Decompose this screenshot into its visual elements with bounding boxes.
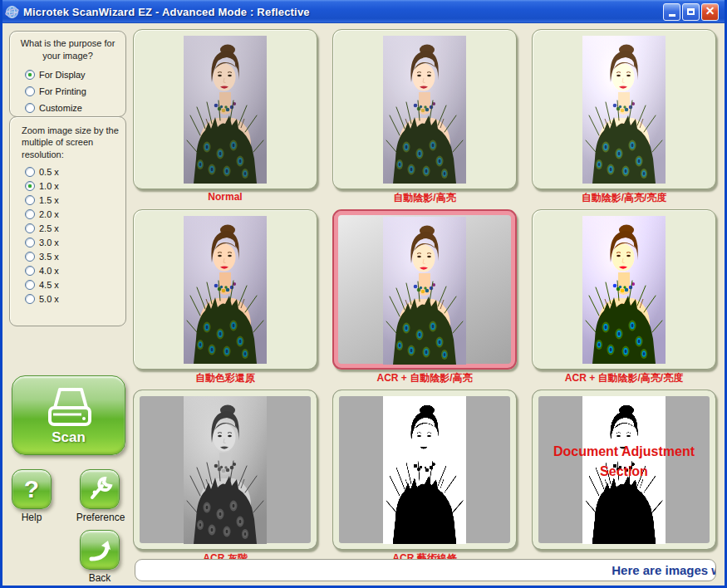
radio-label: 0.5 x <box>39 167 59 177</box>
back-button[interactable] <box>80 530 120 570</box>
zoom-option-2.0-x[interactable]: 2.0 x <box>25 208 125 222</box>
preference-button-caption: Preference <box>66 512 135 523</box>
radio-icon <box>25 223 35 233</box>
help-button-caption: Help <box>7 512 56 523</box>
maximize-icon <box>687 8 695 15</box>
preview-cell: Normal <box>133 29 317 204</box>
preview-tile-auto-shadow-highlight[interactable] <box>332 29 517 189</box>
radio-icon <box>25 86 35 96</box>
radio-icon <box>25 195 35 205</box>
zoom-option-0.5-x[interactable]: 0.5 x <box>25 165 125 179</box>
preview-photo <box>383 217 466 365</box>
radio-icon <box>25 266 35 276</box>
zoom-option-1.0-x[interactable]: 1.0 x <box>25 179 125 194</box>
preview-photo <box>582 216 666 364</box>
radio-label: For Printing <box>39 86 86 96</box>
preview-tile-label: 自動陰影/高亮 <box>332 191 517 204</box>
preview-tile-normal[interactable] <box>133 29 317 189</box>
preview-photo <box>582 36 666 184</box>
help-icon: ? <box>24 475 39 503</box>
preview-cell: 自動色彩還原 <box>133 209 317 385</box>
scan-button-label: Scan <box>52 429 86 446</box>
radio-label: For Display <box>39 70 86 80</box>
preview-cell: 自動陰影/高亮 <box>332 29 517 204</box>
zoom-option-4.5-x[interactable]: 4.5 x <box>25 278 125 292</box>
zoom-label: Zoom image size by the multiple of scree… <box>10 117 125 162</box>
purpose-option-customize[interactable]: Customize <box>25 100 125 116</box>
preview-tile-auto-color-restore[interactable] <box>133 209 317 370</box>
app-globe-icon <box>5 5 19 19</box>
purpose-option-for-printing[interactable]: For Printing <box>25 83 125 100</box>
preview-tile-acr-lineart[interactable] <box>332 390 517 550</box>
preview-tile-label: Normal <box>133 191 317 204</box>
window-title: Microtek ScanWizard EZ - Advanced Mode :… <box>23 6 310 18</box>
radio-icon <box>25 294 35 304</box>
radio-label: 2.5 x <box>39 223 59 233</box>
preview-cell: Document Adjustment Section <box>532 390 716 565</box>
preview-cell: ACR + 自動陰影/高亮 <box>332 209 517 385</box>
preview-tile-label: ACR + 自動陰影/高亮 <box>332 371 517 385</box>
preview-photo <box>184 216 267 364</box>
radio-icon <box>25 181 35 191</box>
purpose-groupbox: What is the purpose for your image? For … <box>9 31 126 117</box>
preview-tile-acr-shadow-highlight[interactable] <box>332 209 517 370</box>
portrait-image <box>184 36 267 184</box>
radio-icon <box>25 103 35 113</box>
ticker-text: Here are images w <box>612 563 716 577</box>
radio-icon <box>25 238 35 247</box>
scan-button[interactable]: Scan <box>12 375 125 455</box>
back-button-caption: Back <box>76 572 124 584</box>
minimize-icon <box>669 14 675 17</box>
preference-button[interactable] <box>80 469 120 509</box>
zoom-options: 0.5 x1.0 x1.5 x2.0 x2.5 x3.0 x3.5 x4.0 x… <box>10 162 125 306</box>
preview-cell: ACR 藝術線條 <box>332 390 517 565</box>
radio-icon <box>25 167 35 177</box>
help-button[interactable]: ? <box>12 469 52 509</box>
zoom-option-2.5-x[interactable]: 2.5 x <box>25 222 125 236</box>
portrait-image <box>383 217 466 365</box>
window-controls: ✕ <box>663 3 722 21</box>
zoom-option-3.0-x[interactable]: 3.0 x <box>25 236 125 250</box>
scanner-icon <box>40 385 98 431</box>
preview-tile-label: 自動陰影/高亮/亮度 <box>532 191 716 204</box>
preview-tile-auto-shadow-highlight-brightness[interactable] <box>532 29 716 189</box>
preview-cell: ACR + 自動陰影/高亮/亮度 <box>532 209 716 385</box>
preview-photo <box>383 36 466 184</box>
zoom-option-3.5-x[interactable]: 3.5 x <box>25 250 125 264</box>
preview-tile-acr-grayscale[interactable] <box>133 390 317 550</box>
close-button[interactable]: ✕ <box>701 3 719 21</box>
portrait-image <box>383 36 466 184</box>
zoom-option-5.0-x[interactable]: 5.0 x <box>25 292 125 306</box>
preview-cell: ACR 灰階 <box>133 390 317 565</box>
preview-photo <box>383 396 466 544</box>
wrench-icon <box>86 475 114 503</box>
document-section-overlay: Document Adjustment Section <box>533 442 715 482</box>
zoom-groupbox: Zoom image size by the multiple of scree… <box>9 116 126 326</box>
radio-icon <box>25 70 35 80</box>
preview-tile-acr-shadow-highlight-brightness[interactable] <box>532 209 716 370</box>
preview-photo <box>184 396 267 544</box>
radio-label: 4.5 x <box>39 280 59 290</box>
purpose-options: For DisplayFor PrintingCustomize <box>10 64 125 116</box>
back-arrow-icon <box>86 536 114 564</box>
radio-label: 3.0 x <box>39 238 59 247</box>
close-icon: ✕ <box>705 5 715 17</box>
message-ticker: Here are images w <box>135 559 716 581</box>
radio-label: 4.0 x <box>39 266 59 276</box>
maximize-button[interactable] <box>682 3 700 21</box>
purpose-question: What is the purpose for your image? <box>10 32 125 64</box>
title-bar: Microtek ScanWizard EZ - Advanced Mode :… <box>0 0 727 23</box>
radio-label: 3.5 x <box>39 252 59 262</box>
radio-label: 1.0 x <box>39 181 59 191</box>
portrait-image <box>184 396 267 544</box>
portrait-image <box>582 216 666 364</box>
zoom-option-4.0-x[interactable]: 4.0 x <box>25 264 125 278</box>
radio-icon <box>25 209 35 219</box>
preview-tile-document-adjustment[interactable]: Document Adjustment Section <box>532 390 716 550</box>
minimize-button[interactable] <box>663 3 680 21</box>
preview-cell: 自動陰影/高亮/亮度 <box>532 29 716 204</box>
purpose-option-for-display[interactable]: For Display <box>25 66 125 83</box>
preview-tile-label: ACR + 自動陰影/高亮/亮度 <box>532 371 716 385</box>
zoom-option-1.5-x[interactable]: 1.5 x <box>25 194 125 208</box>
radio-label: 1.5 x <box>39 195 59 205</box>
